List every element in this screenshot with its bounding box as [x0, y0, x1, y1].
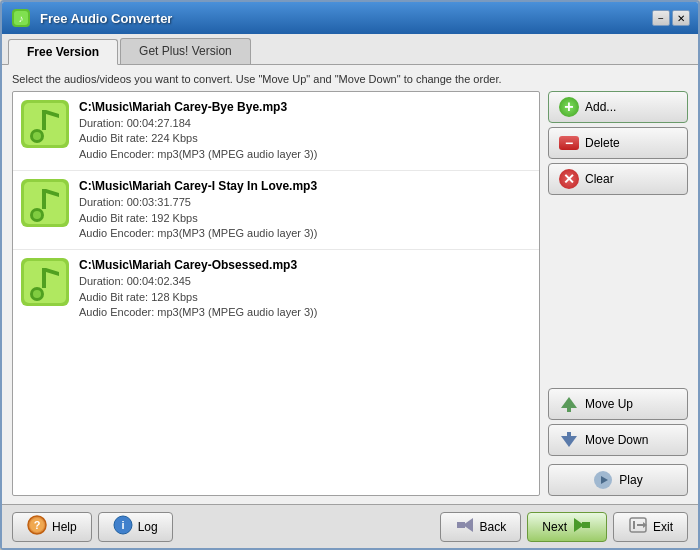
svg-rect-24 — [567, 432, 571, 437]
file-duration: Duration: 00:04:02.345 — [79, 274, 531, 289]
help-icon: ? — [27, 515, 47, 538]
file-duration: Duration: 00:04:27.184 — [79, 116, 531, 131]
move-up-button[interactable]: Move Up — [548, 388, 688, 420]
move-down-button[interactable]: Move Down — [548, 424, 688, 456]
delete-icon: − — [559, 133, 579, 153]
back-arrow-icon — [455, 517, 475, 536]
log-button[interactable]: i Log — [98, 512, 173, 542]
svg-marker-23 — [561, 436, 577, 447]
title-bar: ♪ Free Audio Converter − ✕ — [2, 2, 698, 34]
tab-free-version[interactable]: Free Version — [8, 39, 118, 65]
add-button[interactable]: + Add... — [548, 91, 688, 123]
play-icon — [593, 470, 613, 490]
tab-bar: Free Version Get Plus! Version — [2, 34, 698, 65]
svg-point-6 — [33, 132, 41, 140]
svg-rect-13 — [42, 189, 46, 209]
next-arrow-icon — [572, 517, 592, 536]
clear-button[interactable]: ✕ Clear — [548, 163, 688, 195]
file-encoder: Audio Encoder: mp3(MP3 (MPEG audio layer… — [79, 226, 531, 241]
file-icon — [21, 100, 69, 148]
svg-point-12 — [33, 211, 41, 219]
file-encoder: Audio Encoder: mp3(MP3 (MPEG audio layer… — [79, 305, 531, 320]
file-name: C:\Music\Mariah Carey-Obsessed.mp3 — [79, 258, 531, 272]
svg-text:?: ? — [34, 519, 41, 531]
plus-icon: + — [559, 97, 579, 117]
tab-plus-version[interactable]: Get Plus! Version — [120, 38, 251, 64]
file-info: C:\Music\Mariah Carey-I Stay In Love.mp3… — [79, 179, 531, 241]
bottom-bar: ? Help i Log Back — [2, 504, 698, 548]
help-button[interactable]: ? Help — [12, 512, 92, 542]
svg-point-18 — [33, 290, 41, 298]
window-title: Free Audio Converter — [40, 11, 652, 26]
arrow-up-icon — [559, 394, 579, 414]
file-item[interactable]: C:\Music\Mariah Carey-Obsessed.mp3 Durat… — [13, 250, 539, 328]
file-info: C:\Music\Mariah Carey-Obsessed.mp3 Durat… — [79, 258, 531, 320]
back-button[interactable]: Back — [440, 512, 522, 542]
file-list[interactable]: C:\Music\Mariah Carey-Bye Bye.mp3 Durati… — [12, 91, 540, 496]
file-name: C:\Music\Mariah Carey-I Stay In Love.mp3 — [79, 179, 531, 193]
content-body: Select the audios/videos you want to con… — [2, 65, 698, 504]
instruction-text: Select the audios/videos you want to con… — [12, 73, 688, 85]
file-item[interactable]: C:\Music\Mariah Carey-Bye Bye.mp3 Durati… — [13, 92, 539, 171]
main-window: ♪ Free Audio Converter − ✕ Free Version … — [0, 0, 700, 550]
svg-rect-35 — [582, 522, 590, 528]
sidebar: + Add... − Delete ✕ Clear — [548, 91, 688, 496]
svg-rect-7 — [42, 110, 46, 130]
app-icon: ♪ — [10, 7, 32, 29]
exit-icon — [628, 516, 648, 537]
minimize-button[interactable]: − — [652, 10, 670, 26]
next-button[interactable]: Next — [527, 512, 607, 542]
main-content: C:\Music\Mariah Carey-Bye Bye.mp3 Durati… — [12, 91, 688, 496]
svg-rect-33 — [457, 522, 465, 528]
file-bitrate: Audio Bit rate: 192 Kbps — [79, 211, 531, 226]
delete-button[interactable]: − Delete — [548, 127, 688, 159]
file-icon — [21, 258, 69, 306]
x-icon: ✕ — [559, 169, 579, 189]
window-controls: − ✕ — [652, 10, 690, 26]
svg-text:♪: ♪ — [19, 13, 24, 24]
file-bitrate: Audio Bit rate: 224 Kbps — [79, 131, 531, 146]
arrow-down-icon — [559, 430, 579, 450]
file-icon — [21, 179, 69, 227]
svg-marker-21 — [561, 397, 577, 408]
svg-rect-19 — [42, 268, 46, 288]
file-bitrate: Audio Bit rate: 128 Kbps — [79, 290, 531, 305]
file-info: C:\Music\Mariah Carey-Bye Bye.mp3 Durati… — [79, 100, 531, 162]
play-button[interactable]: Play — [548, 464, 688, 496]
exit-button[interactable]: Exit — [613, 512, 688, 542]
svg-text:i: i — [121, 519, 124, 531]
file-item[interactable]: C:\Music\Mariah Carey-I Stay In Love.mp3… — [13, 171, 539, 250]
info-icon: i — [113, 515, 133, 538]
svg-rect-22 — [567, 407, 571, 412]
file-encoder: Audio Encoder: mp3(MP3 (MPEG audio layer… — [79, 147, 531, 162]
file-name: C:\Music\Mariah Carey-Bye Bye.mp3 — [79, 100, 531, 114]
close-button[interactable]: ✕ — [672, 10, 690, 26]
file-duration: Duration: 00:03:31.775 — [79, 195, 531, 210]
